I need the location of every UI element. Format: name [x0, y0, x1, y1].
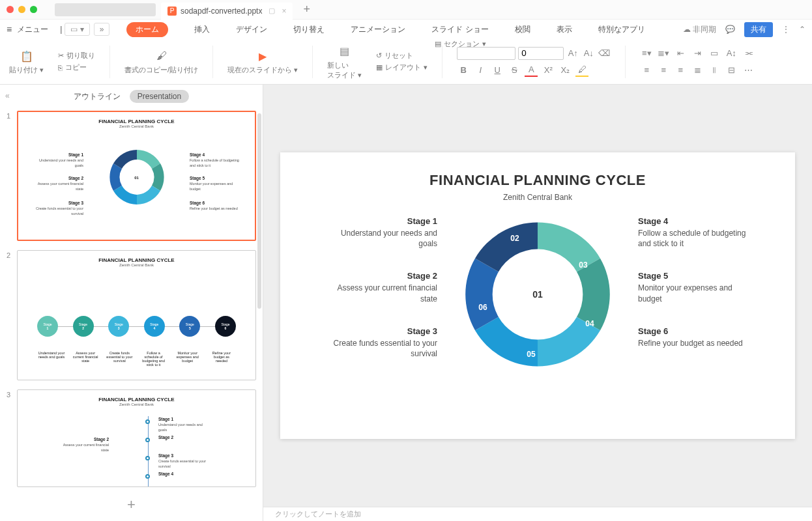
- italic-button[interactable]: I: [474, 64, 487, 77]
- titlebar-placeholder: [55, 3, 156, 16]
- paste-group: 📋 貼り付け ▾: [9, 48, 44, 75]
- slide-thumbnail-3[interactable]: FINANCIAL PLANNING CYCLE Zenith Central …: [17, 389, 256, 487]
- layout-button[interactable]: ▦レイアウト ▾: [376, 63, 428, 72]
- slide-thumbnail-1[interactable]: FINANCIAL PLANNING CYCLE Zenith Central …: [17, 111, 256, 241]
- separator: [625, 46, 626, 78]
- outdent-button[interactable]: ⇤: [674, 47, 687, 60]
- divider: |: [60, 25, 62, 34]
- stage-3: Stage 3Create funds essential to your su…: [326, 326, 437, 359]
- split-text-button[interactable]: ⊟: [725, 64, 738, 77]
- seg-label-04: 04: [585, 319, 594, 328]
- slide-title: FINANCIAL PLANNING CYCLE: [306, 172, 769, 189]
- tab-review[interactable]: 校閲: [515, 24, 530, 35]
- clipboard-sub: ✂切り取り ⎘コピー: [58, 51, 95, 72]
- seg-label-05: 05: [527, 350, 535, 359]
- tab-preview-icon[interactable]: ▢: [268, 7, 275, 15]
- add-slide-button[interactable]: +: [0, 494, 263, 516]
- slide-panel: « アウトライン Presentation 1 FINANCIAL PLANNI…: [0, 85, 263, 521]
- font-color-button[interactable]: A: [525, 64, 538, 77]
- bold-button[interactable]: B: [457, 64, 470, 77]
- bullets-button[interactable]: ≡▾: [640, 47, 653, 60]
- distribute-h-button[interactable]: ⫴: [708, 64, 721, 77]
- copy-button[interactable]: ⎘コピー: [58, 63, 95, 72]
- slide-subtitle: Zenith Central Bank: [306, 193, 769, 202]
- side-tabs: アウトライン Presentation: [0, 85, 263, 108]
- section-button[interactable]: ▤セクション ▾: [435, 39, 486, 49]
- cycle-diagram: 01 02 03 04 05 06: [459, 216, 616, 373]
- from-slide-group[interactable]: ▶ 現在のスライドから ▾: [227, 48, 298, 75]
- paste-label[interactable]: 貼り付け ▾: [9, 65, 44, 75]
- tab-insert[interactable]: 挿入: [194, 24, 210, 35]
- seg-label-06: 06: [478, 303, 487, 312]
- more-button[interactable]: »: [94, 23, 110, 36]
- comment-icon[interactable]: 💬: [725, 25, 735, 34]
- text-direction-button[interactable]: A↕: [725, 47, 738, 60]
- align-left-button[interactable]: ≡: [640, 64, 653, 77]
- collapse-panel-icon[interactable]: «: [5, 91, 10, 100]
- decrease-font-icon[interactable]: A↓: [582, 47, 595, 60]
- close-window-icon[interactable]: [7, 6, 14, 13]
- more-para-button[interactable]: ⋯: [742, 64, 755, 77]
- highlight-button[interactable]: 🖊: [575, 64, 588, 77]
- seg-label-03: 03: [579, 260, 587, 270]
- slide-thumbnail-2[interactable]: FINANCIAL PLANNING CYCLE Zenith Central …: [17, 250, 256, 380]
- sync-status[interactable]: ☁ 非同期: [683, 24, 716, 35]
- thumb-row-2: 2 FINANCIAL PLANNING CYCLE Zenith Centra…: [0, 247, 263, 387]
- paste-icon[interactable]: 📋: [19, 48, 35, 64]
- collapse-ribbon-icon[interactable]: ⌃: [799, 25, 805, 34]
- separator: [212, 46, 213, 78]
- strike-button[interactable]: S: [508, 64, 521, 77]
- tab-home[interactable]: ホーム: [126, 22, 168, 37]
- tab-view[interactable]: 表示: [557, 24, 572, 35]
- cut-button[interactable]: ✂切り取り: [58, 51, 95, 61]
- separator: [312, 46, 313, 78]
- close-tab-icon[interactable]: ×: [282, 7, 286, 16]
- new-tab-button[interactable]: +: [303, 3, 310, 16]
- stage-2: Stage 2Assess your current financial sta…: [326, 271, 437, 303]
- stage-5: Stage 5Monitor your expenses and budget: [638, 271, 749, 303]
- maximize-window-icon[interactable]: [30, 6, 37, 13]
- font-size-select[interactable]: [518, 47, 564, 60]
- menubar: ≡ メニュー | ▭ ▾ » ホーム 挿入 デザイン 切り替え アニメーション …: [0, 20, 812, 39]
- cycle-center: 01: [510, 266, 566, 322]
- align-right-button[interactable]: ≡: [674, 64, 687, 77]
- increase-font-icon[interactable]: A↑: [566, 47, 579, 60]
- clear-format-icon[interactable]: ⌫: [598, 47, 611, 60]
- subscript-button[interactable]: X₂: [558, 64, 572, 77]
- superscript-button[interactable]: X²: [542, 64, 555, 77]
- new-slide-group[interactable]: ▤ 新しいスライド ▾: [327, 44, 362, 80]
- tab-special[interactable]: 特別なアプリ: [598, 24, 645, 35]
- scrollbar[interactable]: [257, 113, 261, 309]
- document-tab[interactable]: P sodapdf-converted.pptx ▢ ×: [161, 3, 293, 20]
- tab-transition[interactable]: 切り替え: [293, 24, 325, 35]
- hamburger-icon[interactable]: ≡: [7, 24, 12, 35]
- open-button[interactable]: ▭ ▾: [65, 23, 89, 36]
- tab-slideshow[interactable]: スライド ショー: [431, 24, 488, 35]
- menu-label[interactable]: メニュー: [17, 24, 48, 35]
- outline-tab[interactable]: アウトライン: [74, 91, 121, 102]
- format-painter-label: 書式のコピー/貼り付け: [124, 65, 198, 75]
- line-spacing-button[interactable]: ⫘: [742, 47, 755, 60]
- highlight-bg-button[interactable]: ▭: [708, 47, 721, 60]
- slide-wrap: FINANCIAL PLANNING CYCLE Zenith Central …: [263, 85, 812, 507]
- more-menu-icon[interactable]: ⋮: [782, 25, 790, 34]
- justify-button[interactable]: ≣: [691, 64, 704, 77]
- layout-icon: ▦: [376, 63, 383, 72]
- tab-animation[interactable]: アニメーション: [351, 24, 405, 35]
- numbering-button[interactable]: ≣▾: [657, 47, 670, 60]
- underline-button[interactable]: U: [491, 64, 504, 77]
- format-painter-group[interactable]: 🖌 書式のコピー/貼り付け: [124, 48, 198, 75]
- separator: [109, 46, 110, 78]
- align-center-button[interactable]: ≡: [657, 64, 670, 77]
- slide-canvas[interactable]: FINANCIAL PLANNING CYCLE Zenith Central …: [280, 152, 795, 439]
- brush-icon: 🖌: [154, 48, 169, 64]
- indent-button[interactable]: ⇥: [691, 47, 704, 60]
- presentation-tab[interactable]: Presentation: [130, 90, 189, 103]
- tab-design[interactable]: デザイン: [236, 24, 267, 35]
- notes-placeholder[interactable]: クリックしてノートを追加: [263, 507, 812, 521]
- reset-button[interactable]: ↺リセット: [376, 51, 428, 61]
- slide-number: 1: [7, 111, 17, 241]
- minimize-window-icon[interactable]: [18, 6, 25, 13]
- share-button[interactable]: 共有: [744, 22, 773, 37]
- stage-1: Stage 1Understand your needs and goals: [326, 216, 437, 249]
